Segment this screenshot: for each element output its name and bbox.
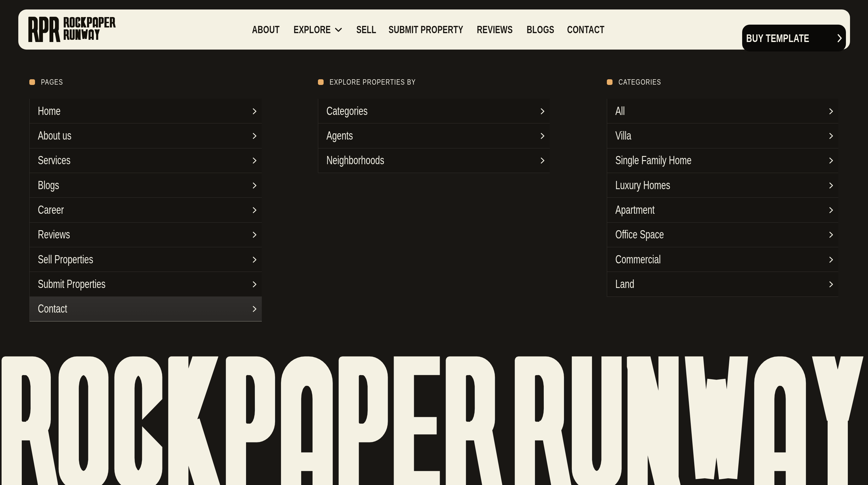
- chevron-down-icon: [335, 28, 342, 32]
- chevron-right-icon: [253, 207, 257, 213]
- nav-item-sell[interactable]: SELL: [356, 9, 383, 50]
- nav-item-label: SELL: [356, 24, 376, 36]
- menu-item-reviews[interactable]: Reviews: [30, 223, 262, 247]
- menu-item-label: Categories: [327, 105, 381, 118]
- chevron-right-icon: [540, 133, 545, 139]
- menu-item-career[interactable]: Career: [30, 198, 262, 222]
- menu-item-submit-properties[interactable]: Submit Properties: [30, 272, 262, 296]
- menu-item-single-family-home[interactable]: Single Family Home: [607, 148, 838, 173]
- menu-item-label: Services: [38, 154, 82, 167]
- buy-template-button[interactable]: BUY TEMPLATE: [742, 25, 846, 52]
- chevron-right-icon: [253, 281, 257, 288]
- menu-item-about-us[interactable]: About us: [30, 123, 262, 148]
- chevron-right-icon: [253, 133, 257, 139]
- menu-item-luxury-homes[interactable]: Luxury Homes: [607, 173, 838, 198]
- nav-item-label: ABOUT: [252, 24, 279, 36]
- column-heading: CATEGORIES: [607, 77, 671, 88]
- menu-list: CategoriesAgentsNeighborhoods: [318, 99, 550, 173]
- menu-item-label: Luxury Homes: [615, 179, 688, 192]
- menu-item-label: About us: [38, 129, 83, 142]
- menu-item-label: Land: [615, 278, 641, 291]
- nav-item-submit-property[interactable]: SUBMIT PROPERTY: [389, 9, 491, 50]
- menu-item-label: Office Space: [615, 228, 680, 241]
- menu-list: HomeAbout usServicesBlogsCareerReviewsSe…: [29, 99, 262, 321]
- chevron-right-icon: [253, 108, 257, 115]
- menu-item-label: All: [615, 105, 628, 118]
- menu-list: AllVillaSingle Family HomeLuxury HomesAp…: [607, 99, 838, 297]
- orange-square-icon: [29, 79, 35, 85]
- menu-item-commercial[interactable]: Commercial: [607, 247, 838, 272]
- menu-item-services[interactable]: Services: [30, 148, 262, 173]
- menu-item-label: Commercial: [615, 253, 676, 266]
- menu-item-office-space[interactable]: Office Space: [607, 223, 838, 247]
- menu-item-apartment[interactable]: Apartment: [607, 198, 838, 222]
- chevron-right-icon: [540, 108, 545, 115]
- chevron-right-icon: [829, 133, 833, 139]
- brand-monogram: [28, 9, 155, 50]
- chevron-right-icon: [829, 231, 833, 238]
- menu-item-label: Single Family Home: [615, 154, 717, 167]
- chevron-right-icon: [829, 182, 833, 189]
- column-heading: PAGES: [29, 77, 68, 88]
- header-bar: ABOUT EXPLORE SELL SUBMIT PROPERTY REVIE…: [18, 9, 850, 50]
- chevron-right-icon: [253, 157, 257, 164]
- chevron-right-icon: [829, 207, 833, 213]
- menu-item-land[interactable]: Land: [607, 272, 838, 296]
- column-heading-label: PAGES: [41, 78, 68, 87]
- menu-item-label: Neighborhoods: [327, 154, 403, 167]
- menu-item-villa[interactable]: Villa: [607, 123, 838, 148]
- menu-item-categories[interactable]: Categories: [318, 99, 550, 123]
- chevron-right-icon: [253, 256, 257, 263]
- orange-square-icon: [318, 79, 323, 85]
- menu-item-all[interactable]: All: [607, 99, 838, 123]
- nav-item-label: REVIEWS: [477, 24, 513, 36]
- menu-item-sell-properties[interactable]: Sell Properties: [30, 247, 262, 272]
- chevron-right-icon: [829, 157, 833, 164]
- buy-template-label: BUY TEMPLATE: [746, 32, 833, 45]
- menu-item-blogs[interactable]: Blogs: [30, 173, 262, 198]
- menu-item-neighborhoods[interactable]: Neighborhoods: [318, 148, 550, 173]
- menu-item-label: Sell Properties: [38, 253, 112, 266]
- menu-item-label: Blogs: [38, 179, 66, 192]
- chevron-right-icon: [253, 306, 257, 312]
- column-heading-label: CATEGORIES: [619, 78, 671, 87]
- menu-item-label: Contact: [38, 302, 77, 315]
- chevron-right-icon: [829, 256, 833, 263]
- menu-item-label: Villa: [615, 129, 637, 142]
- menu-item-label: Reviews: [38, 228, 81, 241]
- chevron-right-icon: [829, 281, 833, 288]
- nav-item-label: SUBMIT PROPERTY: [389, 24, 463, 36]
- nav-item-blogs[interactable]: BLOGS: [527, 9, 565, 50]
- chevron-right-icon: [540, 157, 545, 164]
- menu-item-label: Agents: [327, 129, 362, 142]
- menu-item-label: Apartment: [615, 203, 668, 217]
- chevron-right-icon: [837, 34, 842, 42]
- menu-item-agents[interactable]: Agents: [318, 123, 550, 148]
- chevron-right-icon: [829, 108, 833, 115]
- column-heading-label: EXPLORE PROPERTIES BY: [330, 78, 435, 87]
- nav-item-label: BLOGS: [527, 24, 554, 36]
- chevron-right-icon: [253, 182, 257, 189]
- nav-item-reviews[interactable]: REVIEWS: [477, 9, 526, 50]
- menu-item-label: Home: [38, 105, 68, 118]
- menu-item-label: Submit Properties: [38, 278, 128, 291]
- menu-item-label: Career: [38, 203, 72, 217]
- orange-square-icon: [607, 79, 613, 85]
- menu-item-contact[interactable]: Contact: [30, 297, 262, 321]
- nav-item-contact[interactable]: CONTACT: [567, 9, 618, 50]
- nav-item-about[interactable]: ABOUT: [252, 9, 290, 50]
- column-heading: EXPLORE PROPERTIES BY: [318, 77, 435, 88]
- menu-item-home[interactable]: Home: [30, 99, 262, 123]
- chevron-right-icon: [253, 231, 257, 238]
- nav-item-label: EXPLORE: [293, 24, 331, 36]
- nav-item-label: CONTACT: [567, 24, 604, 36]
